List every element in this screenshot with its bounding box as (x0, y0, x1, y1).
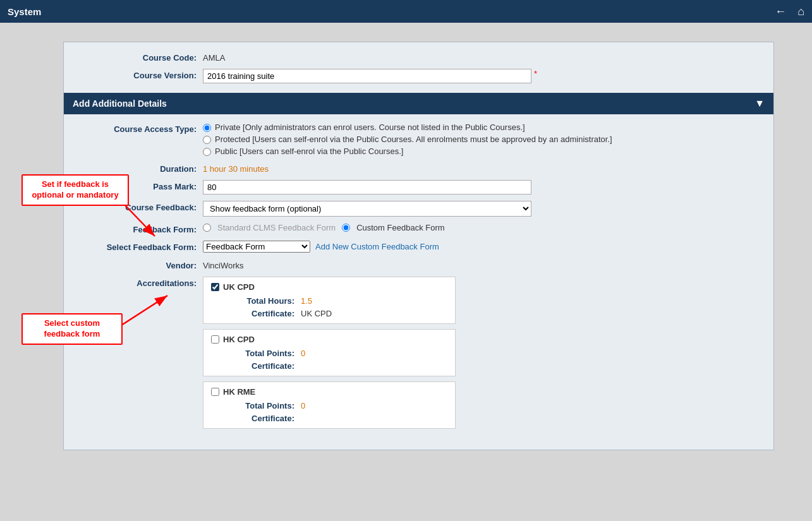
hk-rme-label: HK RME (223, 387, 255, 397)
radio-protected-label: Protected [Users can self-enrol via the … (215, 135, 612, 144)
course-access-type-row: Course Access Type: Private [Only admini… (64, 119, 773, 159)
certificate-label-1: Certificate: (225, 307, 301, 318)
chevron-down-icon[interactable]: ▼ (754, 98, 765, 109)
total-points-label-2: Total Points: (225, 399, 301, 410)
feedback-form-dropdown[interactable]: Feedback Form (203, 241, 310, 253)
feedback-form-options: Standard CLMS Feedback Form Custom Feedb… (203, 223, 445, 232)
select-feedback-row: Feedback Form Add New Custom Feedback Fo… (203, 241, 439, 253)
uk-cpd-checkbox[interactable] (211, 283, 219, 291)
accreditations-group: UK CPD Total Hours: 1.5 Certificate: UK … (203, 277, 456, 434)
radio-custom-feedback[interactable] (342, 224, 350, 232)
form-panel: Course Code: AMLA Course Version: * Add … (63, 42, 774, 450)
back-icon[interactable]: ← (775, 5, 786, 18)
section-header-label: Add Additional Details (73, 99, 167, 109)
accreditations-label: Accreditations: (76, 277, 203, 288)
pass-mark-input[interactable] (203, 180, 531, 195)
home-icon[interactable]: ⌂ (797, 5, 804, 18)
course-feedback-select[interactable]: Show feedback form (optional) Do not sho… (203, 201, 531, 217)
total-points-row-1: Total Points: 0 (211, 344, 447, 358)
vendor-label: Vendor: (76, 259, 203, 270)
app-title: System (8, 6, 41, 17)
select-feedback-form-label: Select Feedback Form: (76, 241, 203, 252)
course-version-input[interactable] (203, 69, 531, 83)
feedback-form-row: Feedback Form: Standard CLMS Feedback Fo… (64, 220, 773, 237)
certificate-value-1: UK CPD (301, 307, 332, 318)
certificate-label-3: Certificate: (225, 412, 301, 423)
section-header[interactable]: Add Additional Details ▼ (64, 93, 773, 114)
radio-public-input[interactable] (203, 148, 211, 156)
hk-rme-checkbox[interactable] (211, 388, 219, 396)
course-code-label: Course Code: (76, 51, 203, 63)
vendor-value: VinciWorks (203, 259, 244, 270)
uk-cpd-checkbox-row[interactable]: UK CPD (211, 282, 447, 292)
total-points-value-1: 0 (301, 347, 305, 358)
radio-private-label: Private [Only administrators can enrol u… (215, 123, 525, 132)
required-star: * (534, 69, 537, 78)
topbar: System ← ⌂ (0, 0, 812, 23)
select-feedback-form-row: Select Feedback Form: Feedback Form Add … (64, 237, 773, 256)
main-content: Set if feedback isoptional or mandatory … (0, 23, 812, 521)
hk-cpd-label: HK CPD (223, 335, 255, 344)
radio-standard-clms-label: Standard CLMS Feedback Form (217, 223, 336, 232)
duration-row: Duration: 1 hour 30 minutes (64, 159, 773, 177)
radio-public-label: Public [Users can self-enrol via the Pub… (215, 147, 403, 156)
radio-protected[interactable]: Protected [Users can self-enrol via the … (203, 135, 612, 144)
radio-private-input[interactable] (203, 124, 211, 132)
radio-standard-clms[interactable] (203, 224, 211, 232)
hk-cpd-checkbox[interactable] (211, 335, 219, 344)
vendor-row: Vendor: VinciWorks (64, 256, 773, 273)
certificate-row-1: Certificate: UK CPD (211, 306, 447, 318)
feedback-form-label: Feedback Form: (76, 223, 203, 234)
pass-mark-row: Pass Mark: (64, 177, 773, 198)
total-hours-row: Total Hours: 1.5 (211, 292, 447, 306)
hk-cpd-checkbox-row[interactable]: HK CPD (211, 335, 447, 344)
radio-public[interactable]: Public [Users can self-enrol via the Pub… (203, 147, 612, 156)
total-hours-value: 1.5 (301, 294, 312, 306)
course-access-type-label: Course Access Type: (76, 123, 203, 134)
annotation-box-custom-feedback: Select customfeedback form (21, 313, 123, 345)
duration-label: Duration: (76, 162, 203, 174)
radio-custom-feedback-label: Custom Feedback Form (356, 223, 444, 232)
total-points-label-1: Total Points: (225, 347, 301, 358)
course-code-row: Course Code: AMLA (64, 42, 773, 66)
annotation-box-feedback-optional: Set if feedback isoptional or mandatory (21, 174, 129, 206)
certificate-row-3: Certificate: (211, 410, 447, 423)
radio-protected-input[interactable] (203, 136, 211, 144)
topbar-icons: ← ⌂ (775, 5, 804, 18)
duration-value: 1 hour 30 minutes (203, 162, 269, 174)
course-code-value: AMLA (203, 51, 225, 63)
radio-private[interactable]: Private [Only administrators can enrol u… (203, 123, 612, 132)
total-points-row-2: Total Points: 0 (211, 397, 447, 410)
course-version-label: Course Version: (76, 69, 203, 80)
access-type-radio-group: Private [Only administrators can enrol u… (203, 123, 612, 156)
hk-rme-checkbox-row[interactable]: HK RME (211, 387, 447, 397)
certificate-label-2: Certificate: (225, 359, 301, 371)
total-points-value-2: 0 (301, 399, 305, 410)
add-new-custom-link[interactable]: Add New Custom Feedback Form (315, 242, 439, 251)
total-hours-label: Total Hours: (225, 294, 301, 306)
accreditations-row: Accreditations: UK CPD Total Hours: 1.5 … (64, 273, 773, 437)
course-version-row: Course Version: * (64, 66, 773, 87)
certificate-row-2: Certificate: (211, 358, 447, 371)
course-feedback-row: Course Feedback: Show feedback form (opt… (64, 198, 773, 220)
uk-cpd-label: UK CPD (223, 282, 255, 292)
